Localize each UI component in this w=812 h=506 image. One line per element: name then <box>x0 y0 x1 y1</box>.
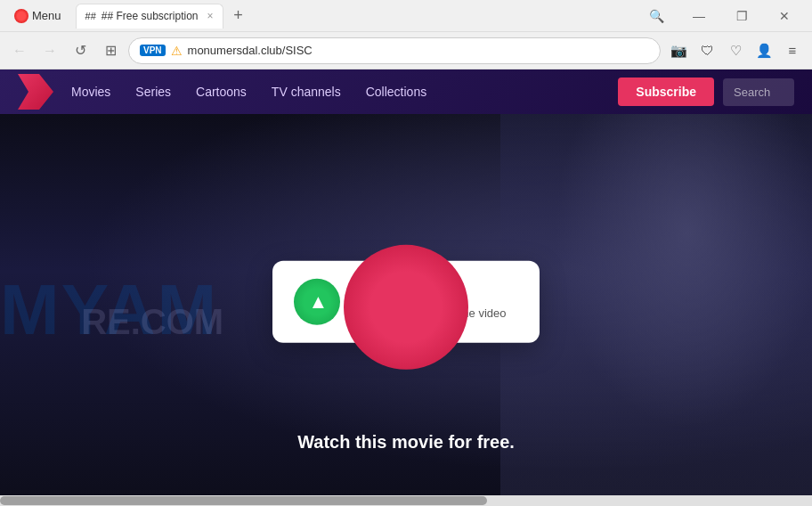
horizontal-scrollbar[interactable] <box>0 495 812 506</box>
search-input[interactable] <box>723 78 794 106</box>
account-toolbar-button[interactable]: 👤 <box>751 38 776 63</box>
forward-button[interactable]: → <box>37 38 62 63</box>
hero-bottom-text: Watch this movie for free. <box>297 432 515 453</box>
popup-container: ▲ Play the video? Click Allow to watch t… <box>272 261 540 343</box>
url-text[interactable]: monumersdal.club/SISC <box>188 44 649 57</box>
tab-bar: ## ## Free subscription × + <box>76 4 629 29</box>
nav-collections[interactable]: Collections <box>366 81 426 102</box>
vpn-badge: VPN <box>140 45 166 56</box>
close-button[interactable]: ✕ <box>764 2 805 30</box>
opera-logo-icon <box>14 9 28 23</box>
shield-toolbar-button[interactable]: 🛡 <box>694 38 719 63</box>
tab-favicon-icon: ## <box>85 11 96 21</box>
person-silhouette <box>500 114 812 506</box>
nav-tv-channels[interactable]: TV channels <box>272 81 341 102</box>
site-nav: Movies Series Cartoons TV channels Colle… <box>0 69 812 114</box>
restore-button[interactable]: ❐ <box>721 2 762 30</box>
watermark-right: RE.COM <box>81 302 223 342</box>
camera-toolbar-button[interactable]: 📷 <box>666 38 691 63</box>
nav-movies[interactable]: Movies <box>71 81 110 102</box>
nav-series[interactable]: Series <box>135 81 171 102</box>
tabs-button[interactable]: ⊞ <box>98 38 123 63</box>
minimize-button[interactable]: — <box>678 2 719 30</box>
play-arrow-icon: ▲ <box>309 290 329 314</box>
subscribe-button[interactable]: Subscribe <box>618 78 714 106</box>
warning-icon: ⚠ <box>171 44 183 58</box>
opera-menu[interactable]: Menu <box>7 5 69 27</box>
window-controls: 🔍 — ❐ ✕ <box>636 2 805 30</box>
address-bar: ← → ↺ ⊞ VPN ⚠ monumersdal.club/SISC 📷 🛡 … <box>0 32 812 69</box>
hero-area: MYAM RE.COM ▲ Play the video? Click Allo… <box>0 114 812 506</box>
menu-label: Menu <box>32 9 61 22</box>
heart-toolbar-button[interactable]: ♡ <box>723 38 748 63</box>
reload-button[interactable]: ↺ <box>68 38 93 63</box>
url-bar[interactable]: VPN ⚠ monumersdal.club/SISC <box>128 37 661 64</box>
site-logo-icon <box>18 74 53 110</box>
search-window-button[interactable]: 🔍 <box>636 2 677 30</box>
sidebar-toggle-button[interactable]: ≡ <box>780 38 805 63</box>
nav-cartoons[interactable]: Cartoons <box>196 81 247 102</box>
back-button[interactable]: ← <box>7 38 32 63</box>
tab-close-button[interactable]: × <box>207 10 214 22</box>
tab-title: ## Free subscription <box>102 10 199 22</box>
toolbar-icons: 📷 🛡 ♡ 👤 ≡ <box>666 38 805 63</box>
site-wrapper: Movies Series Cartoons TV channels Colle… <box>0 69 812 506</box>
pink-circle-decoration <box>344 245 468 370</box>
active-tab[interactable]: ## ## Free subscription × <box>76 4 223 29</box>
play-circle-icon: ▲ <box>294 279 340 325</box>
title-bar: Menu ## ## Free subscription × + 🔍 — ❐ ✕ <box>0 0 812 32</box>
new-tab-button[interactable]: + <box>227 4 250 28</box>
scrollbar-thumb[interactable] <box>0 496 487 505</box>
nav-links: Movies Series Cartoons TV channels Colle… <box>71 81 618 102</box>
